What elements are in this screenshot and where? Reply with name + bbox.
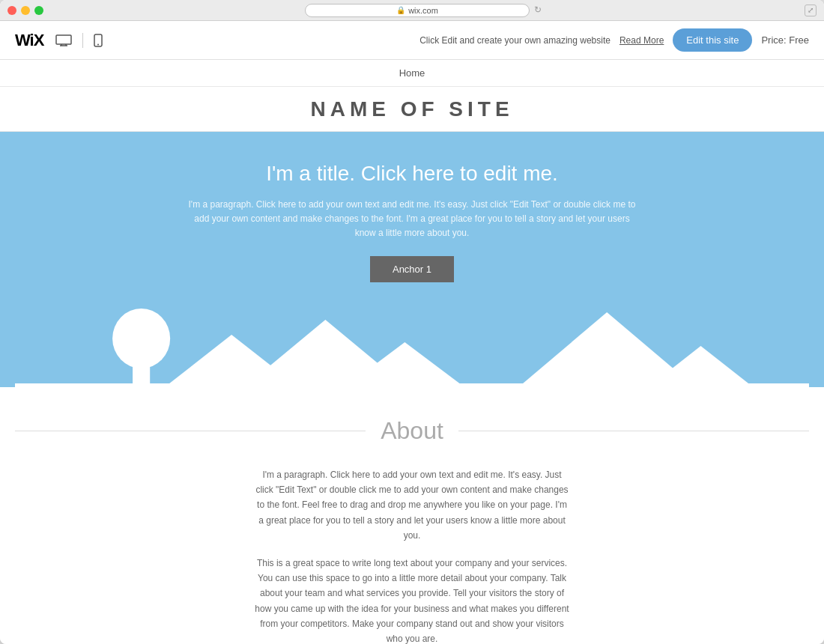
about-divider: About	[15, 417, 809, 445]
anchor-1-button[interactable]: Anchor 1	[370, 256, 454, 282]
device-separator	[82, 33, 83, 48]
hero-title: I'm a title. Click here to edit me.	[187, 162, 637, 186]
device-icons	[55, 33, 103, 48]
app-window: 🔒 wix.com ↻ ⤢ WiX Click Edit and create …	[0, 0, 824, 644]
hero-content: I'm a title. Click here to edit me. I'm …	[187, 162, 637, 297]
url-text: wix.com	[408, 6, 438, 15]
about-paragraph-1: I'm a paragraph. Click here to add your …	[255, 467, 569, 544]
maximize-button[interactable]	[34, 6, 43, 15]
traffic-lights	[7, 6, 43, 15]
hero-landscape	[15, 297, 809, 387]
refresh-button[interactable]: ↻	[534, 4, 546, 16]
site-title: NAME OF SITE	[310, 97, 513, 121]
expand-button[interactable]: ⤢	[805, 4, 817, 16]
address-bar: 🔒 wix.com ↻	[52, 4, 799, 17]
site-nav: Home	[0, 60, 824, 87]
svg-point-6	[112, 309, 170, 368]
price-text: Price: Free	[761, 34, 809, 46]
mobile-icon[interactable]	[94, 34, 103, 47]
landscape-svg	[15, 297, 809, 387]
divider-left	[15, 431, 366, 431]
desktop-icon[interactable]	[55, 34, 72, 46]
about-title: About	[366, 417, 458, 445]
svg-point-5	[97, 43, 99, 45]
topbar-message: Click Edit and create your own amazing w…	[419, 35, 611, 46]
hero-paragraph: I'm a paragraph. Click here to add your …	[187, 198, 637, 241]
topbar-right: Click Edit and create your own amazing w…	[419, 28, 809, 52]
wix-topbar: WiX Click Edit and create your own amazi…	[0, 21, 824, 60]
about-paragraph-2: This is a great space to write long text…	[255, 556, 569, 644]
edit-site-button[interactable]: Edit this site	[673, 28, 752, 52]
site-header: NAME OF SITE	[0, 87, 824, 132]
read-more-link[interactable]: Read More	[619, 35, 664, 46]
wix-logo: WiX	[15, 31, 43, 50]
main-content[interactable]: Home NAME OF SITE I'm a title. Click her…	[0, 60, 824, 644]
close-button[interactable]	[7, 6, 16, 15]
titlebar: 🔒 wix.com ↻ ⤢	[0, 0, 824, 21]
svg-rect-7	[133, 365, 150, 386]
url-input[interactable]: 🔒 wix.com	[305, 4, 530, 17]
minimize-button[interactable]	[21, 6, 30, 15]
hero-section: I'm a title. Click here to edit me. I'm …	[0, 132, 824, 387]
svg-rect-0	[56, 35, 71, 44]
about-section: About I'm a paragraph. Click here to add…	[0, 387, 824, 644]
nav-item-home[interactable]: Home	[399, 67, 425, 79]
divider-right	[458, 431, 809, 431]
